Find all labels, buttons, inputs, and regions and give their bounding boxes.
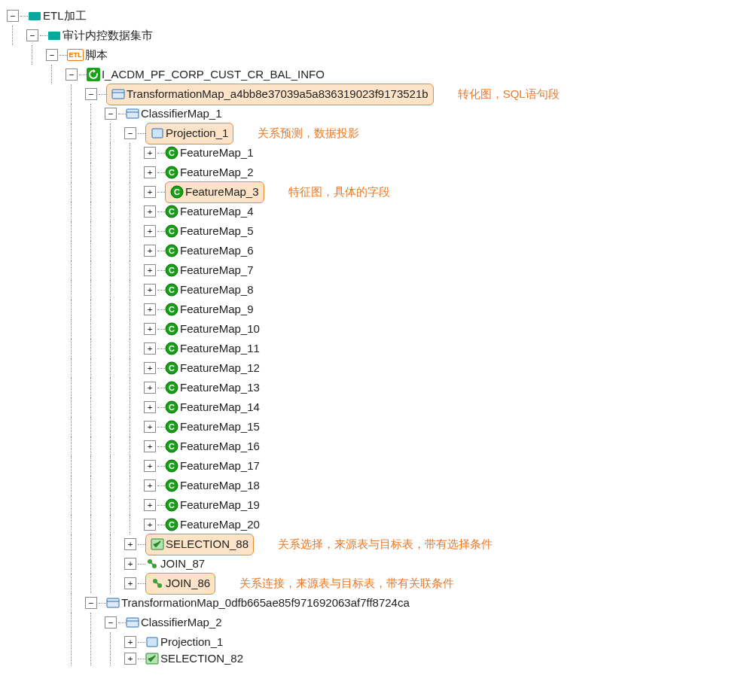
tree-node-sel82[interactable]: SELECTION_82 (160, 652, 243, 665)
tree-node-clf1[interactable]: ClassifierMap_1 (141, 104, 222, 123)
toggle-icon[interactable] (144, 460, 156, 472)
toggle-icon[interactable] (144, 166, 156, 178)
toggle-icon[interactable] (124, 653, 136, 665)
toggle-icon[interactable] (144, 147, 156, 159)
feature-map-icon: C (170, 185, 184, 199)
svg-text:C: C (169, 364, 175, 373)
toggle-icon[interactable] (144, 342, 156, 355)
toggle-icon[interactable] (144, 225, 156, 237)
toggle-icon[interactable] (144, 284, 156, 296)
tree-node-feature[interactable]: FeatureMap_17 (180, 456, 260, 476)
svg-text:C: C (169, 481, 175, 490)
toggle-icon[interactable] (46, 49, 58, 61)
tree-node-sel88[interactable]: SELECTION_88 (166, 534, 249, 554)
join-icon (151, 577, 164, 590)
toggle-icon[interactable] (85, 88, 97, 100)
tree-node-feature[interactable]: FeatureMap_5 (180, 221, 254, 241)
toggle-icon[interactable] (144, 421, 156, 433)
tree-node-audit[interactable]: 审计内控数据集市 (63, 26, 153, 45)
tree-node-task[interactable]: I_ACDM_PF_CORP_CUST_CR_BAL_INFO (102, 65, 325, 84)
etl-icon: ETL (67, 49, 84, 61)
tree-node-feature[interactable]: FeatureMap_19 (180, 495, 260, 515)
toggle-icon[interactable] (66, 68, 78, 81)
svg-text:C: C (169, 344, 175, 353)
feature-map-icon: C (165, 205, 178, 218)
svg-text:C: C (169, 227, 175, 236)
toggle-icon[interactable] (144, 499, 156, 511)
toggle-icon[interactable] (144, 401, 156, 413)
tree-node-feature[interactable]: FeatureMap_1 (180, 143, 254, 163)
toggle-icon[interactable] (144, 323, 156, 335)
tree-node-proj2[interactable]: Projection_1 (160, 632, 223, 652)
toggle-icon[interactable] (144, 205, 156, 218)
svg-text:C: C (174, 187, 180, 196)
tree-node-feature[interactable]: FeatureMap_11 (180, 339, 260, 358)
tree-node-feature[interactable]: FeatureMap_6 (180, 241, 254, 260)
tree-node-feature[interactable]: FeatureMap_16 (180, 437, 260, 456)
toggle-icon[interactable] (124, 127, 136, 139)
toggle-icon[interactable] (144, 440, 156, 452)
tree-node-proj1[interactable]: Projection_1 (166, 123, 228, 143)
folder-icon (28, 9, 41, 23)
feature-map-icon: C (165, 224, 178, 238)
toggle-icon[interactable] (144, 382, 156, 394)
toggle-icon[interactable] (144, 519, 156, 531)
svg-text:C: C (169, 501, 175, 510)
svg-rect-6 (152, 129, 163, 138)
feature-map-icon: C (165, 400, 178, 414)
tree-node-feature[interactable]: FeatureMap_8 (180, 280, 254, 300)
feature-map-icon: C (165, 146, 178, 160)
tree-node-clf2[interactable]: ClassifierMap_2 (141, 613, 222, 632)
tree-node-feature[interactable]: FeatureMap_15 (180, 417, 260, 437)
tree-node-feature[interactable]: FeatureMap_14 (180, 397, 260, 417)
feature-map-icon: C (165, 283, 178, 297)
tree-node-join86[interactable]: JOIN_86 (166, 574, 210, 593)
toggle-icon[interactable] (105, 616, 117, 628)
toggle-icon[interactable] (105, 108, 117, 120)
selection-icon (151, 537, 164, 551)
toggle-icon[interactable] (26, 29, 38, 41)
toggle-icon[interactable] (144, 245, 156, 257)
tree-node-feature[interactable]: FeatureMap_3 (185, 182, 259, 202)
tree-node-tmap1[interactable]: TransformationMap_a4bb8e37039a5a83631902… (127, 84, 428, 104)
svg-text:C: C (169, 442, 175, 451)
tree-node-feature[interactable]: FeatureMap_20 (180, 515, 260, 534)
tree-node-script[interactable]: 脚本 (85, 45, 108, 65)
svg-text:C: C (169, 207, 175, 216)
toggle-icon[interactable] (144, 264, 156, 276)
feature-map-icon: C (165, 263, 178, 277)
toggle-icon[interactable] (124, 577, 136, 589)
tree-node-join87[interactable]: JOIN_87 (160, 554, 205, 574)
tree-node-feature[interactable]: FeatureMap_18 (180, 476, 260, 495)
feature-map-icon: C (165, 322, 178, 336)
tree-node-feature[interactable]: FeatureMap_9 (180, 300, 254, 319)
tree-node-feature[interactable]: FeatureMap_2 (180, 163, 254, 182)
toggle-icon[interactable] (124, 636, 136, 648)
svg-rect-58 (147, 638, 157, 647)
tree-node-feature[interactable]: FeatureMap_10 (180, 319, 260, 339)
toggle-icon[interactable] (85, 597, 97, 609)
tree-node-feature[interactable]: FeatureMap_4 (180, 202, 254, 221)
toggle-icon[interactable] (7, 10, 19, 22)
toggle-icon[interactable] (124, 538, 136, 550)
tree-node-feature[interactable]: FeatureMap_12 (180, 358, 260, 378)
tree-node-etl[interactable]: ETL加工 (43, 6, 87, 26)
tree-node-tmap2[interactable]: TransformationMap_0dfb665ae85f971692063a… (121, 593, 410, 613)
annotation-join: 关系连接，来源表与目标表，带有关联条件 (239, 574, 454, 593)
toggle-icon[interactable] (144, 303, 156, 315)
transformation-map-icon (111, 87, 125, 101)
toggle-icon[interactable] (144, 362, 156, 374)
join-icon (145, 557, 159, 571)
svg-rect-4 (127, 109, 139, 118)
feature-map-icon: C (165, 479, 178, 492)
toggle-icon[interactable] (144, 186, 156, 198)
svg-text:C: C (169, 246, 175, 255)
toggle-icon[interactable] (144, 479, 156, 492)
annotation-sel: 关系选择，来源表与目标表，带有选择条件 (278, 534, 493, 554)
tree-view: ETL加工 审计内控数据集市 ETL 脚本 I_ACDM_PF_CORP_CUS… (3, 6, 735, 665)
tree-node-feature[interactable]: FeatureMap_13 (180, 378, 260, 397)
tree-node-feature[interactable]: FeatureMap_7 (180, 260, 254, 280)
toggle-icon[interactable] (124, 558, 136, 570)
svg-text:C: C (169, 148, 175, 157)
svg-text:C: C (169, 285, 175, 294)
